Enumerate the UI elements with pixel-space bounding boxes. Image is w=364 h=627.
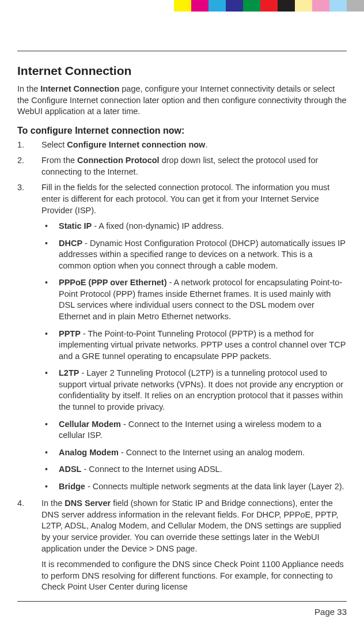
intro-paragraph: In the Internet Connection page, configu…	[17, 84, 347, 118]
step-number: 2.	[17, 155, 33, 167]
footer-rule	[17, 601, 347, 602]
step-number: 3.	[17, 182, 33, 194]
protocol-list: Static IP - A fixed (non-dynamic) IP add…	[41, 221, 347, 492]
protocol-dhcp: DHCP - Dynamic Host Configuration Protoc…	[41, 238, 347, 272]
step-3: 3. Fill in the fields for the selected c…	[17, 182, 347, 492]
protocol-pppoe: PPPoE (PPP over Ethernet) - A network pr…	[41, 277, 347, 322]
step-4: 4. In the DNS Server field (shown for St…	[17, 498, 347, 554]
step-2: 2. From the Connection Protocol drop dow…	[17, 155, 347, 177]
protocol-adsl: ADSL - Connect to the Internet using ADS…	[41, 464, 347, 475]
step-number: 1.	[17, 139, 33, 151]
step-number: 4.	[17, 498, 33, 509]
page-content: Internet Connection In the Internet Conn…	[0, 0, 364, 593]
color-registration-bars	[174, 0, 364, 12]
protocol-bridge: Bridge - Connects multiple network segme…	[41, 481, 347, 493]
protocol-pptp: PPTP - The Point-to-Point Tunneling Prot…	[41, 328, 347, 362]
section-subhead: To configure Internet connection now:	[17, 126, 347, 136]
protocol-cellular: Cellular Modem - Connect to the Internet…	[41, 419, 347, 441]
protocol-static-ip: Static IP - A fixed (non-dynamic) IP add…	[41, 221, 347, 232]
steps-list: 1. Select Configure Internet connection …	[17, 139, 347, 554]
protocol-l2tp: L2TP - Layer 2 Tunneling Protocol (L2TP)…	[41, 368, 347, 413]
step-4-continuation: It is recommended to configure the DNS s…	[17, 559, 347, 593]
step-1: 1. Select Configure Internet connection …	[17, 139, 347, 151]
protocol-analog: Analog Modem - Connect to the Internet u…	[41, 447, 347, 459]
page-title: Internet Connection	[17, 64, 347, 78]
page-number: Page 33	[314, 607, 347, 617]
horizontal-rule	[17, 51, 347, 51]
